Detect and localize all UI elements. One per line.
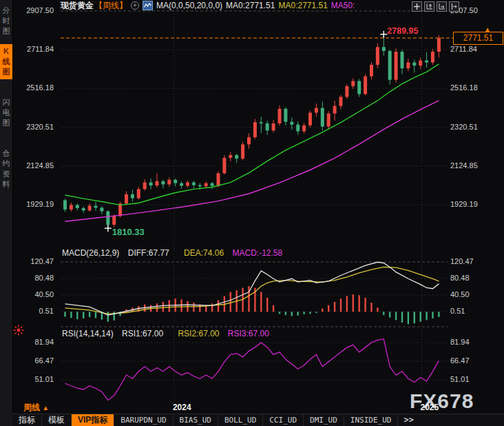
axis-label: 0.51 xyxy=(450,307,492,315)
current-price-box: 2771.51 xyxy=(453,32,503,45)
high-price-annotation: 2789.95 xyxy=(387,26,418,36)
live-alert-icon[interactable] xyxy=(13,325,24,338)
toolbar-item-boll_ud[interactable]: BOLL_UD xyxy=(218,414,263,426)
ma0-value-white: MA0:2771.51 xyxy=(226,1,275,10)
scale-horizontal-icon[interactable] xyxy=(437,1,447,12)
axis-label: 1929.19 xyxy=(450,200,492,208)
axis-label: 66.47 xyxy=(19,356,54,365)
toolbar-item-dmi_ud[interactable]: DMI_UD xyxy=(304,414,344,426)
axis-label: 1929.19 xyxy=(19,200,54,208)
toolbar-item-模板[interactable]: 模板 xyxy=(42,414,72,426)
toolbar-more-button[interactable]: >> xyxy=(398,414,419,426)
axis-label: 51.01 xyxy=(19,375,54,383)
scale-vertical-icon[interactable] xyxy=(424,1,434,12)
add-indicator-icon[interactable]: + xyxy=(131,1,139,10)
ma-settings: MA(0,0,50,20,0,0) xyxy=(156,1,222,10)
macd-value: MACD:-12.58 xyxy=(232,248,282,258)
rsi1-value: RSI1:67.00 xyxy=(122,329,163,338)
axis-label: 81.94 xyxy=(450,338,492,346)
pan-right-icon[interactable] xyxy=(449,1,459,12)
axis-label: 80.48 xyxy=(450,274,492,282)
axis-label: 2711.84 xyxy=(19,45,54,53)
macd-diff-value: DIFF:67.77 xyxy=(128,248,169,258)
toolbar-item-bias_ud[interactable]: BIAS_UD xyxy=(174,414,218,426)
axis-label: 2516.18 xyxy=(450,83,492,92)
macd-name: MACD(26,12,9) xyxy=(62,248,119,258)
axis-label: 2516.18 xyxy=(19,83,54,92)
toolbar-item-inside_ud[interactable]: INSIDE_UD xyxy=(344,414,399,426)
axis-label: 81.94 xyxy=(19,338,54,346)
chart-header: 现货黄金 【周线】 + MA(0,0,50,20,0,0) MA0:2771.5… xyxy=(61,0,355,11)
period-selector-caret-icon: ▲ xyxy=(42,404,49,412)
axis-label: 80.48 xyxy=(19,274,54,282)
sidebar-tab-3[interactable]: 闪电图 xyxy=(0,95,12,130)
axis-label: 2320.51 xyxy=(19,123,54,131)
price-marker-arrow: ▲ xyxy=(484,26,491,33)
x-axis-year-label: 2025 xyxy=(420,403,439,412)
rsi-name: RSI(14,14,14) xyxy=(62,329,114,338)
axis-label: 51.01 xyxy=(450,375,492,383)
axis-label: 2124.85 xyxy=(19,161,54,170)
chart-tool-icons xyxy=(412,1,459,12)
symbol-name: 现货黄金 xyxy=(61,0,94,12)
axis-label: 120.47 xyxy=(19,257,54,265)
ma0-value-yellow: MA0:2771.51 xyxy=(278,1,327,10)
crosshair-move-icon[interactable] xyxy=(412,1,422,12)
x-axis-year-label: 2024 xyxy=(173,403,191,412)
axis-label: 2711.84 xyxy=(450,45,492,53)
rsi3-value: RSI3:67.00 xyxy=(228,329,269,338)
axis-label: 0.51 xyxy=(19,307,54,315)
axis-label: 40.50 xyxy=(19,290,54,298)
sidebar: 分时图K线图闪电图合约资料 xyxy=(0,0,13,426)
sidebar-tab-2[interactable]: K线图 xyxy=(0,44,12,79)
period-selector[interactable]: 周线 ▲ xyxy=(23,402,49,414)
rsi-pane-header: RSI(14,14,14) RSI1:67.00 RSI2:67.00 RSI3… xyxy=(62,329,275,338)
period-tag: 【周线】 xyxy=(94,0,127,12)
macd-dea-value: DEA:74.06 xyxy=(184,248,224,258)
macd-pane-header: MACD(26,12,9) DIFF:67.77 DEA:74.06 MACD:… xyxy=(62,248,288,258)
kline-chart-canvas[interactable] xyxy=(0,0,504,426)
watermark: FX678 xyxy=(410,389,474,413)
rsi2-value: RSI2:67.00 xyxy=(178,329,219,338)
sidebar-tab-1[interactable]: 分时图 xyxy=(0,3,12,39)
toolbar-item-指标[interactable]: 指标 xyxy=(12,414,42,426)
axis-label: 2320.51 xyxy=(450,123,492,131)
axis-label: 66.47 xyxy=(450,356,492,365)
toolbar-item-barupdn_ud[interactable]: BARUPDN_UD xyxy=(114,414,173,426)
axis-label: 120.47 xyxy=(450,257,492,265)
indicator-toolbar: 指标模板VIP指标BARUPDN_UDBIAS_UDBOLL_UDCCI_UDD… xyxy=(12,414,504,426)
period-selector-label: 周线 xyxy=(23,403,40,412)
toolbar-item-cci_ud[interactable]: CCI_UD xyxy=(263,414,304,426)
toolbar-item-vip指标[interactable]: VIP指标 xyxy=(72,414,114,426)
axis-label: 2907.50 xyxy=(19,6,54,14)
low-price-annotation: 1810.33 xyxy=(112,227,145,237)
axis-label: 2124.85 xyxy=(450,161,492,170)
indicator-chart-icon[interactable] xyxy=(143,1,153,10)
sidebar-tab-4[interactable]: 合约资料 xyxy=(0,146,12,192)
axis-label: 40.50 xyxy=(450,290,492,298)
ma50-label: MA50: xyxy=(331,1,355,10)
chart-app: 分时图K线图闪电图合约资料 现货黄金 【周线】 + MA(0,0,50,20,0… xyxy=(0,0,504,426)
